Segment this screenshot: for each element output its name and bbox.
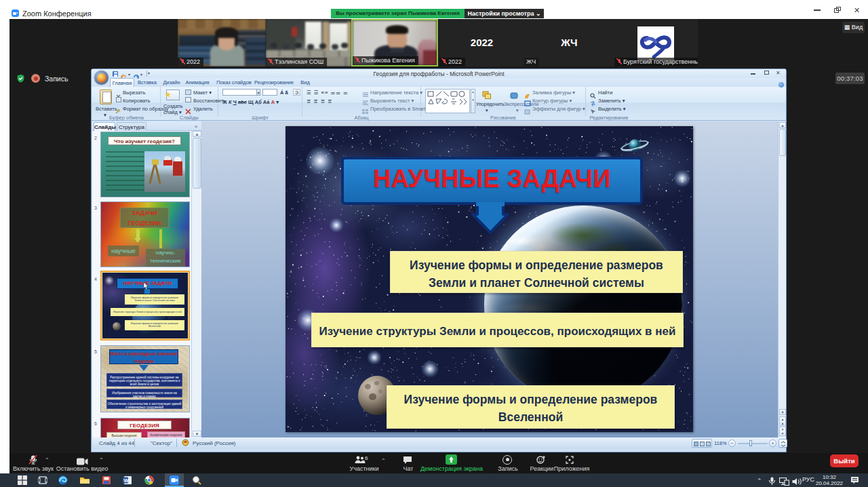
svg-text:6: 6 <box>365 456 368 461</box>
svg-text:W: W <box>124 478 130 484</box>
